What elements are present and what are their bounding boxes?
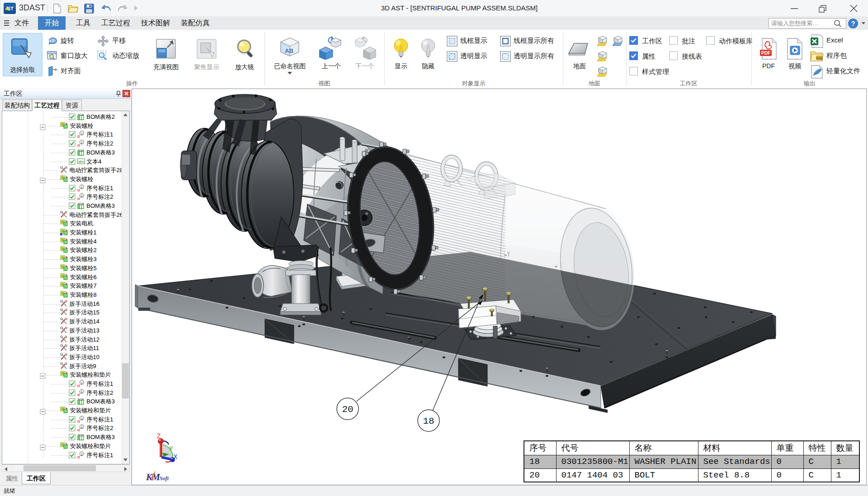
svg-text:PDF: PDF bbox=[761, 51, 770, 56]
svg-text:ST: ST bbox=[7, 6, 14, 11]
svg-text:AB: AB bbox=[285, 47, 293, 54]
svg-text:Y: Y bbox=[169, 445, 173, 453]
svg-text:Soft: Soft bbox=[160, 475, 169, 482]
svg-text:1: 1 bbox=[80, 185, 83, 189]
svg-text:Z: Z bbox=[157, 433, 160, 440]
svg-text:1: 1 bbox=[80, 416, 83, 421]
svg-text:1: 1 bbox=[80, 390, 83, 394]
svg-text:1: 1 bbox=[80, 140, 83, 145]
svg-text:1: 1 bbox=[80, 194, 83, 198]
svg-text:1: 1 bbox=[80, 452, 83, 456]
svg-text:EXE: EXE bbox=[816, 57, 822, 60]
svg-text:?: ? bbox=[851, 19, 855, 27]
svg-text:X: X bbox=[174, 454, 178, 461]
svg-text:1: 1 bbox=[80, 381, 83, 385]
svg-text:1: 1 bbox=[80, 425, 83, 429]
svg-text:20: 20 bbox=[342, 404, 353, 415]
svg-text:1: 1 bbox=[80, 131, 83, 136]
svg-text:abc: abc bbox=[78, 159, 84, 164]
svg-text:18: 18 bbox=[423, 416, 434, 426]
